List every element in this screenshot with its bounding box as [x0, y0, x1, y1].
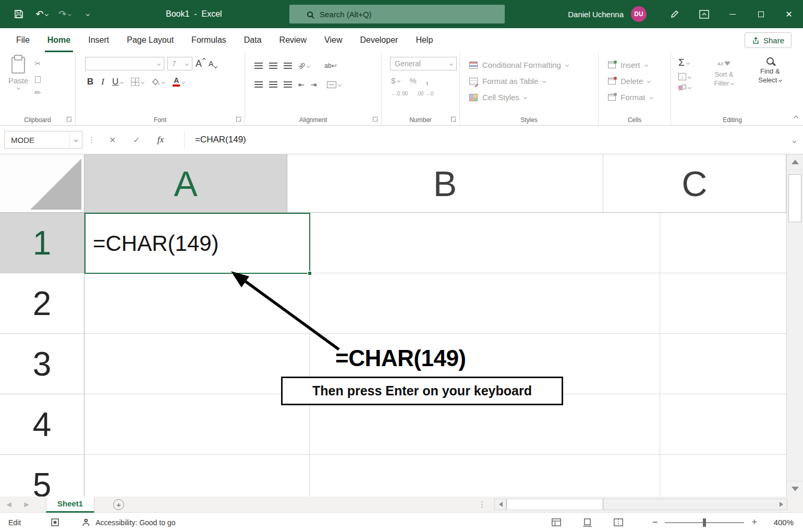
increase-decimal-icon[interactable]: ←.0 .00: [391, 91, 408, 96]
vertical-scrollbar-thumb[interactable]: [788, 174, 801, 222]
cell[interactable]: [84, 455, 310, 497]
top-align-icon[interactable]: [254, 63, 263, 69]
column-header-c[interactable]: C: [603, 154, 786, 213]
enter-entry-button[interactable]: ✓: [125, 126, 149, 154]
tab-insert[interactable]: Insert: [79, 28, 118, 52]
font-name-combo[interactable]: [85, 57, 164, 70]
formula-bar-drag-handle[interactable]: ⋮: [88, 135, 95, 144]
column-header-a[interactable]: A: [84, 154, 287, 213]
copy-icon[interactable]: [35, 76, 41, 83]
formula-input[interactable]: =CHAR(149): [184, 131, 793, 149]
row-header-4[interactable]: 4: [0, 394, 84, 455]
cell[interactable]: [660, 213, 786, 273]
horizontal-scrollbar-track[interactable]: [603, 499, 775, 510]
clipboard-dialog-launcher-icon[interactable]: [67, 117, 72, 122]
page-break-preview-icon[interactable]: [614, 518, 623, 526]
cell-styles-button[interactable]: Cell Styles: [469, 89, 595, 105]
align-left-icon[interactable]: [254, 81, 263, 88]
increase-indent-icon[interactable]: ⇥: [311, 80, 317, 89]
prev-sheet-icon[interactable]: ◀: [0, 501, 18, 508]
close-button[interactable]: ✕: [775, 0, 803, 28]
normal-view-icon[interactable]: [552, 518, 561, 526]
format-cells-button[interactable]: Format: [608, 89, 667, 105]
row-header-1[interactable]: 1: [0, 213, 84, 273]
tab-view[interactable]: View: [315, 28, 351, 52]
fill-button[interactable]: ↓: [678, 73, 698, 80]
zoom-slider[interactable]: [665, 522, 744, 523]
page-layout-view-icon[interactable]: [583, 518, 592, 527]
decrease-decimal-icon[interactable]: .00 →.0: [417, 91, 434, 96]
font-color-button[interactable]: A: [173, 77, 185, 87]
format-as-table-button[interactable]: Format as Table: [469, 73, 595, 89]
cell[interactable]: [310, 334, 660, 394]
insert-cells-button[interactable]: Insert: [608, 57, 667, 73]
cell[interactable]: [660, 455, 786, 497]
grow-font-button[interactable]: A: [196, 58, 205, 69]
cancel-entry-button[interactable]: ✕: [101, 126, 125, 154]
tab-formulas[interactable]: Formulas: [182, 28, 235, 52]
number-format-combo[interactable]: General: [390, 57, 457, 70]
cell[interactable]: [84, 273, 310, 334]
pen-appearance-icon[interactable]: [660, 0, 689, 28]
sheet-tab-sheet1[interactable]: Sheet1: [46, 497, 94, 513]
maximize-button[interactable]: [747, 0, 775, 28]
borders-button[interactable]: [131, 78, 144, 86]
delete-cells-button[interactable]: Delete: [608, 73, 667, 89]
percent-format-button[interactable]: %: [409, 76, 416, 85]
zoom-out-button[interactable]: −: [645, 517, 665, 528]
find-select-button[interactable]: Find & Select: [750, 57, 790, 90]
avatar[interactable]: DU: [631, 6, 647, 22]
bold-button[interactable]: B: [87, 77, 93, 87]
scroll-right-icon[interactable]: [775, 499, 787, 510]
cell[interactable]: [310, 455, 660, 497]
orientation-button[interactable]: ab: [298, 62, 310, 69]
accessibility-status[interactable]: Accessibility: Good to go: [95, 518, 175, 527]
font-size-combo[interactable]: 7: [167, 57, 192, 70]
tab-scrollbar-splitter[interactable]: ⋮: [478, 500, 486, 509]
zoom-slider-thumb[interactable]: [703, 518, 706, 527]
undo-icon[interactable]: ↶: [30, 0, 53, 28]
font-dialog-launcher-icon[interactable]: [236, 117, 241, 122]
bottom-align-icon[interactable]: [284, 63, 292, 69]
italic-button[interactable]: I: [101, 77, 104, 87]
name-box-chevron-icon[interactable]: [69, 131, 82, 148]
currency-format-button[interactable]: $: [391, 76, 400, 85]
collapse-ribbon-icon[interactable]: [795, 112, 798, 122]
share-button[interactable]: Share: [745, 32, 792, 48]
tab-page-layout[interactable]: Page Layout: [118, 28, 182, 52]
tab-review[interactable]: Review: [271, 28, 315, 52]
redo-icon[interactable]: ↷: [53, 0, 76, 28]
cell[interactable]: [310, 394, 660, 455]
tab-file[interactable]: File: [7, 28, 39, 52]
decrease-indent-icon[interactable]: ⇤: [298, 80, 305, 89]
sort-filter-button[interactable]: AZ Sort & Filter: [703, 57, 744, 90]
scroll-left-icon[interactable]: [495, 499, 506, 510]
row-header-5[interactable]: 5: [0, 455, 84, 497]
horizontal-scrollbar[interactable]: [494, 499, 787, 510]
insert-function-button[interactable]: fx: [149, 126, 173, 154]
tab-help[interactable]: Help: [407, 28, 442, 52]
cell[interactable]: [660, 273, 786, 334]
cell[interactable]: [660, 394, 786, 455]
fill-color-button[interactable]: [152, 78, 165, 86]
horizontal-scrollbar-thumb[interactable]: [506, 499, 603, 510]
select-all-corner[interactable]: [0, 154, 84, 213]
alignment-dialog-launcher-icon[interactable]: [373, 117, 378, 122]
comma-format-button[interactable]: ,: [426, 75, 429, 86]
next-sheet-icon[interactable]: ▶: [18, 501, 35, 508]
number-dialog-launcher-icon[interactable]: [451, 117, 456, 122]
scroll-up-icon[interactable]: [787, 154, 803, 170]
align-center-icon[interactable]: [269, 81, 277, 88]
row-header-2[interactable]: 2: [0, 273, 84, 334]
save-icon[interactable]: [7, 0, 30, 28]
autosum-button[interactable]: Σ: [678, 57, 698, 68]
minimize-button[interactable]: [719, 0, 747, 28]
middle-align-icon[interactable]: [269, 63, 277, 69]
tab-home[interactable]: Home: [39, 28, 79, 52]
format-painter-icon[interactable]: ✏: [34, 88, 41, 98]
add-sheet-button[interactable]: +: [113, 499, 124, 510]
row-header-3[interactable]: 3: [0, 334, 84, 394]
expand-formula-bar-icon[interactable]: [793, 135, 796, 144]
fill-handle[interactable]: [307, 271, 312, 276]
vertical-scrollbar[interactable]: [786, 154, 803, 497]
